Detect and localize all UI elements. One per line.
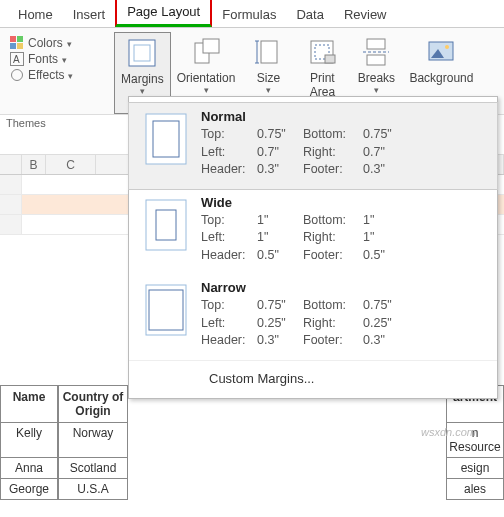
preset-name: Narrow — [201, 280, 485, 295]
value-header: 0.3" — [257, 332, 303, 350]
table-header[interactable]: Country of Origin — [58, 385, 128, 423]
svg-rect-0 — [10, 36, 16, 42]
cell[interactable]: Kelly — [0, 423, 58, 458]
value-footer: 0.5" — [363, 247, 409, 265]
tab-data[interactable]: Data — [286, 3, 333, 27]
margins-preset-icon — [145, 284, 187, 336]
value-bottom: 0.75" — [363, 297, 409, 315]
label-right: Right: — [303, 144, 363, 162]
cell[interactable]: Scotland — [58, 458, 128, 479]
select-all-corner[interactable] — [0, 155, 22, 174]
svg-rect-26 — [146, 200, 186, 250]
label-footer: Footer: — [303, 332, 363, 350]
background-icon — [426, 37, 456, 67]
value-top: 1" — [257, 212, 303, 230]
cell[interactable]: U.S.A — [58, 479, 128, 500]
effects-icon — [10, 68, 24, 82]
preset-name: Wide — [201, 195, 485, 210]
value-header: 0.5" — [257, 247, 303, 265]
label-bottom: Bottom: — [303, 126, 363, 144]
chevron-down-icon — [62, 52, 67, 66]
print-area-icon — [307, 37, 337, 67]
col-header[interactable]: C — [46, 155, 96, 174]
svg-rect-11 — [261, 41, 277, 63]
value-right: 1" — [363, 229, 409, 247]
value-top: 0.75" — [257, 297, 303, 315]
value-footer: 0.3" — [363, 161, 409, 179]
svg-rect-2 — [10, 43, 16, 49]
svg-rect-3 — [17, 43, 23, 49]
svg-point-23 — [445, 45, 449, 49]
data-table: Name Country of Origin artment Kelly Nor… — [0, 385, 504, 500]
preset-name: Normal — [201, 109, 485, 124]
label-right: Right: — [303, 229, 363, 247]
value-left: 0.25" — [257, 315, 303, 333]
orientation-label: Orientation — [177, 71, 236, 85]
label-footer: Footer: — [303, 247, 363, 265]
value-right: 0.25" — [363, 315, 409, 333]
background-label: Background — [409, 71, 473, 85]
themes-options: Colors A Fonts Effects — [4, 32, 114, 114]
svg-point-6 — [12, 70, 23, 81]
tab-home[interactable]: Home — [8, 3, 63, 27]
chevron-down-icon — [204, 85, 209, 95]
tab-page-layout[interactable]: Page Layout — [115, 0, 212, 27]
preset-narrow[interactable]: Narrow Top:0.75"Bottom:0.75" Left:0.25"R… — [129, 274, 497, 360]
breaks-label: Breaks — [358, 71, 395, 85]
table-header[interactable]: Name — [0, 385, 58, 423]
label-header: Header: — [201, 161, 257, 179]
label-bottom: Bottom: — [303, 297, 363, 315]
cell[interactable]: Norway — [58, 423, 128, 458]
ribbon-tabs: Home Insert Page Layout Formulas Data Re… — [0, 0, 504, 28]
value-bottom: 1" — [363, 212, 409, 230]
colors-option[interactable]: Colors — [10, 36, 110, 50]
colors-label: Colors — [28, 36, 63, 50]
col-header[interactable]: B — [22, 155, 46, 174]
label-right: Right: — [303, 315, 363, 333]
label-header: Header: — [201, 247, 257, 265]
fonts-option[interactable]: A Fonts — [10, 52, 110, 66]
label-footer: Footer: — [303, 161, 363, 179]
label-left: Left: — [201, 144, 257, 162]
margins-label: Margins — [121, 72, 164, 86]
preset-normal[interactable]: Normal Top:0.75"Bottom:0.75" Left:0.7"Ri… — [129, 103, 497, 189]
svg-rect-1 — [17, 36, 23, 42]
effects-option[interactable]: Effects — [10, 68, 110, 82]
svg-rect-28 — [146, 285, 186, 335]
value-right: 0.7" — [363, 144, 409, 162]
custom-margins[interactable]: Custom Margins... — [129, 360, 497, 398]
preset-wide[interactable]: Wide Top:1"Bottom:1" Left:1"Right:1" Hea… — [129, 189, 497, 275]
value-left: 0.7" — [257, 144, 303, 162]
value-footer: 0.3" — [363, 332, 409, 350]
table-row[interactable]: George U.S.A ales — [0, 479, 504, 500]
cell[interactable]: Anna — [0, 458, 58, 479]
chevron-down-icon — [140, 86, 145, 96]
table-row[interactable]: Anna Scotland esign — [0, 458, 504, 479]
orientation-icon — [191, 37, 221, 67]
cell[interactable]: esign — [446, 458, 504, 479]
margins-preset-icon — [145, 113, 187, 165]
value-bottom: 0.75" — [363, 126, 409, 144]
tab-formulas[interactable]: Formulas — [212, 3, 286, 27]
svg-text:A: A — [13, 54, 20, 65]
tab-review[interactable]: Review — [334, 3, 397, 27]
cell[interactable]: ales — [446, 479, 504, 500]
watermark: wsxdn.com — [421, 426, 476, 438]
svg-rect-7 — [129, 40, 155, 66]
fonts-label: Fonts — [28, 52, 58, 66]
label-top: Top: — [201, 126, 257, 144]
svg-rect-17 — [325, 55, 335, 63]
tab-insert[interactable]: Insert — [63, 3, 116, 27]
svg-rect-10 — [203, 39, 219, 53]
chevron-down-icon — [68, 68, 73, 82]
margins-preset-icon — [145, 199, 187, 251]
size-label: Size — [257, 71, 280, 85]
value-header: 0.3" — [257, 161, 303, 179]
label-bottom: Bottom: — [303, 212, 363, 230]
fonts-icon: A — [10, 52, 24, 66]
cell[interactable]: George — [0, 479, 58, 500]
size-icon — [253, 37, 283, 67]
svg-rect-19 — [367, 55, 385, 65]
chevron-down-icon — [266, 85, 271, 95]
label-top: Top: — [201, 212, 257, 230]
